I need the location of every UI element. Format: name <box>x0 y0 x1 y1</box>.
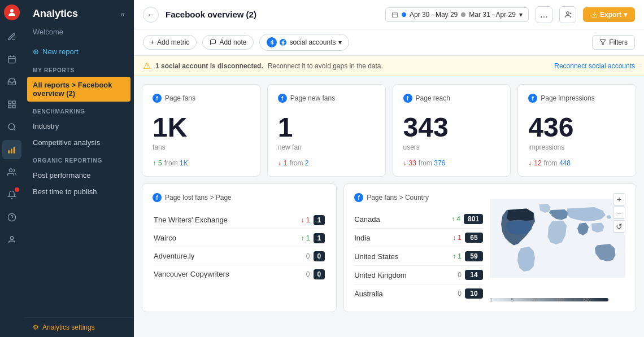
nav-listening-icon[interactable] <box>2 117 21 137</box>
sidebar-item-competitive[interactable]: Competitive analysis <box>24 134 134 151</box>
metric-value: 436 <box>528 114 625 141</box>
legend-val-2: 5 <box>511 297 514 303</box>
country-badge: 801 <box>464 214 483 224</box>
metric-change: ↑ 5 from 1K <box>153 159 250 167</box>
warning-icon: ⚠ <box>143 60 151 71</box>
svg-rect-7 <box>12 105 15 108</box>
nav-compose-icon[interactable] <box>2 27 21 46</box>
country-row: India ↓ 1 65 <box>354 229 483 247</box>
metric-card-new-fans: f Page new fans 1 new fan ↓ 1 from 2 <box>267 84 386 177</box>
sidebar-bottom: ⚙ Analytics settings <box>24 317 134 337</box>
nav-inbox-icon[interactable] <box>2 72 21 91</box>
svg-rect-17 <box>392 12 397 17</box>
svg-point-0 <box>10 9 14 12</box>
nav-profile-icon[interactable] <box>2 230 21 250</box>
more-options-button[interactable]: ... <box>536 6 552 23</box>
nav-reports-icon[interactable] <box>2 95 21 114</box>
country-rows: Canada ↑ 4 801 India ↓ 1 65 United State… <box>354 210 483 303</box>
date2-dot <box>461 12 465 17</box>
country-change: 0 <box>458 271 462 279</box>
map-legend: 1 5 28 151 801 <box>490 298 608 303</box>
svg-point-14 <box>9 169 12 172</box>
metric-change: ↓ 33 from 376 <box>403 159 501 167</box>
sidebar-item-industry[interactable]: Industry <box>24 118 134 134</box>
metric-change: ↓ 12 from 448 <box>528 159 625 167</box>
lost-fan-badge: 1 <box>314 215 325 225</box>
metric-card-impressions: f Page impressions 436 impressions ↓ 12 … <box>517 84 636 177</box>
lost-fan-change: ↓ 1 <box>301 216 310 224</box>
lost-fan-badge: 1 <box>314 233 325 243</box>
map-zoom-out-button[interactable]: − <box>613 207 625 219</box>
map-zoom-in-button[interactable]: + <box>613 193 625 205</box>
facebook-icon: f <box>153 94 162 103</box>
nav-help-icon[interactable] <box>2 208 21 227</box>
arrow-up-icon: ↑ <box>153 159 156 167</box>
lost-fans-title: f Page lost fans > Page <box>153 193 326 202</box>
from-link[interactable]: 2 <box>305 159 309 167</box>
svg-rect-13 <box>14 147 15 154</box>
export-button[interactable]: Export ▾ <box>583 7 635 22</box>
social-accounts-button[interactable]: 4 social accounts ▾ <box>259 34 349 51</box>
svg-point-9 <box>8 124 15 130</box>
date-range-picker[interactable]: Apr 30 - May 29 Mar 31 - Apr 29 ▾ <box>385 7 529 22</box>
country-row: United States ↑ 1 59 <box>354 247 483 266</box>
sidebar-item-post-performance[interactable]: Post performance <box>24 167 134 183</box>
lost-fan-name: Adventure.ly <box>154 252 306 260</box>
legend-val-3: 28 <box>532 297 538 303</box>
date1-dot <box>402 12 406 17</box>
map-refresh-button[interactable]: ↺ <box>613 220 625 233</box>
card-header: f Page impressions <box>528 94 625 103</box>
lost-fan-change: 0 <box>306 252 310 260</box>
sidebar-item-best-time[interactable]: Best time to publish <box>24 183 134 200</box>
actionbar: + Add metric Add note 4 social accounts … <box>134 29 644 56</box>
metric-label: fans <box>153 143 250 151</box>
add-note-button[interactable]: Add note <box>202 35 254 50</box>
alert-subtext: Reconnect it to avoid gaps in the data. <box>268 62 383 70</box>
my-reports-section-label: MY REPORTS <box>24 60 134 77</box>
lost-fan-change: ↑ 1 <box>301 234 310 242</box>
add-user-button[interactable] <box>559 6 576 23</box>
filters-button[interactable]: Filters <box>592 35 635 50</box>
sidebar: Analytics « Welcome ⊕ New report MY REPO… <box>24 0 134 337</box>
table-row: Vancouver Copywriters 0 0 <box>154 265 325 283</box>
svg-rect-8 <box>8 105 11 108</box>
from-link[interactable]: 1K <box>180 159 188 167</box>
map-controls: + − ↺ <box>613 193 625 233</box>
legend-val-4: 151 <box>556 297 564 303</box>
metric-label: new fan <box>278 143 375 151</box>
facebook-icon: f <box>403 94 412 103</box>
new-report-btn[interactable]: ⊕ New report <box>24 43 134 60</box>
metric-change: ↓ 1 from 2 <box>278 159 375 167</box>
country-change: ↑ 1 <box>452 252 462 260</box>
app-logo <box>4 5 20 20</box>
date-range-chevron: ▾ <box>519 11 523 19</box>
reconnect-link[interactable]: Reconnect social accounts <box>554 62 635 70</box>
from-link[interactable]: 448 <box>559 159 571 167</box>
lost-fan-name: Wairco <box>154 234 301 242</box>
lost-fan-badge: 0 <box>314 251 325 261</box>
world-map: + − ↺ 1 5 28 151 801 <box>490 193 625 303</box>
lost-fans-card: f Page lost fans > Page The Writers' Exc… <box>142 183 337 312</box>
back-button[interactable]: ← <box>143 7 159 23</box>
analytics-settings-link[interactable]: ⚙ Analytics settings <box>33 323 125 331</box>
country-name: Australia <box>354 290 458 298</box>
add-metric-button[interactable]: + Add metric <box>143 35 197 50</box>
metric-value: 1 <box>278 114 375 141</box>
country-name: India <box>354 234 452 242</box>
svg-line-10 <box>14 129 15 130</box>
sidebar-collapse-btn[interactable]: « <box>120 10 125 19</box>
table-row: Wairco ↑ 1 1 <box>154 229 325 247</box>
nav-calendar-icon[interactable] <box>2 50 21 69</box>
nav-analytics-icon[interactable] <box>2 140 21 159</box>
nav-notifications-icon[interactable] <box>2 185 21 204</box>
country-row: United Kingdom 0 14 <box>354 266 483 285</box>
from-link[interactable]: 376 <box>434 159 445 167</box>
icon-rail <box>0 0 24 337</box>
svg-rect-11 <box>8 150 10 153</box>
card-header: f Page new fans <box>278 94 375 103</box>
alert-text: 1 social account is disconnected. <box>155 62 263 70</box>
nav-advocate-icon[interactable] <box>2 163 21 182</box>
sidebar-title: Analytics <box>33 8 78 20</box>
metric-card-page-fans: f Page fans 1K fans ↑ 5 from 1K <box>142 84 260 177</box>
sidebar-item-facebook-overview[interactable]: All reports > Facebook overview (2) <box>27 77 130 102</box>
